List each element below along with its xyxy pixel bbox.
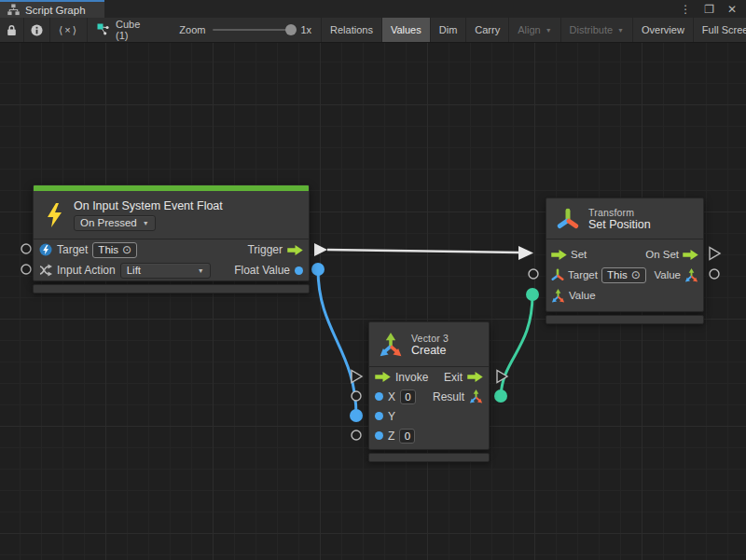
z-row: Z 0 xyxy=(369,426,489,445)
vector3-icon[interactable] xyxy=(684,268,698,282)
close-icon[interactable]: ✕ xyxy=(727,3,737,16)
invoke-input-port[interactable] xyxy=(352,371,362,383)
lightning-bolt-icon xyxy=(43,201,65,229)
transform-category: Transform xyxy=(588,207,651,218)
target-label: Target xyxy=(57,243,88,256)
graph-toolbar: ⟨×⟩ Cube (1) Zoom 1x Relations Values Di… xyxy=(0,18,746,43)
tab-title: Script Graph xyxy=(25,5,86,16)
float-value-output-port[interactable] xyxy=(311,263,325,276)
distribute-button[interactable]: Distribute ▼ xyxy=(561,18,633,42)
full-screen-button[interactable]: Full Screen xyxy=(694,18,746,42)
transform-target-input-port[interactable] xyxy=(529,269,538,279)
graph-breadcrumb[interactable]: Cube (1) xyxy=(88,18,149,42)
on-set-label: On Set xyxy=(645,249,679,260)
event-mode-dropdown[interactable]: On Pressed ▼ xyxy=(74,215,156,231)
graph-asset-icon xyxy=(97,23,110,36)
graph-name: Cube (1) xyxy=(116,19,140,41)
set-row: Set On Set xyxy=(546,244,703,265)
lock-button[interactable] xyxy=(0,18,24,42)
input-action-dropdown[interactable]: Lift ▼ xyxy=(120,263,211,279)
input-action-icon xyxy=(39,264,52,277)
z-inner-port[interactable] xyxy=(375,431,383,440)
transform-target-value: This xyxy=(607,269,628,280)
align-button[interactable]: Align ▼ xyxy=(509,18,560,42)
flow-arrow-icon[interactable] xyxy=(683,250,698,260)
z-input-port[interactable] xyxy=(352,430,361,440)
transform-target-this-picker[interactable]: This ⊙ xyxy=(601,267,646,283)
z-value-field[interactable]: 0 xyxy=(399,429,415,444)
maximize-icon[interactable]: ❐ xyxy=(704,3,714,16)
value-wire-float-to-y[interactable] xyxy=(318,269,356,416)
node-transform-set-position[interactable]: Transform Set Position Set On Set xyxy=(546,198,704,324)
y-inner-port[interactable] xyxy=(375,412,383,420)
values-button[interactable]: Values xyxy=(382,18,431,42)
event-node-footer xyxy=(33,284,310,294)
info-icon xyxy=(31,24,43,36)
x-input-port[interactable] xyxy=(352,391,361,401)
vector3-icon xyxy=(551,289,565,303)
x-label: X xyxy=(388,390,395,403)
on-set-output-port[interactable] xyxy=(710,248,720,260)
node-on-input-system-event-float[interactable]: On Input System Event Float On Pressed ▼… xyxy=(33,184,310,294)
float-value-label: Float Value xyxy=(234,264,290,277)
window-menu-icon[interactable]: ⋮ xyxy=(680,3,691,16)
vector3-icon xyxy=(379,333,403,357)
object-picker-icon[interactable]: ⊙ xyxy=(631,269,641,280)
chevron-down-icon: ▼ xyxy=(198,267,204,274)
flow-arrow-icon[interactable] xyxy=(551,250,567,260)
input-action-label: Input Action xyxy=(57,264,116,277)
target-this-picker[interactable]: This ⊙ xyxy=(92,242,137,258)
vector3-icon[interactable] xyxy=(469,389,483,403)
node-vector3-create[interactable]: Vector 3 Create Invoke Exit xyxy=(368,321,490,462)
result-label: Result xyxy=(433,390,464,403)
zoom-slider[interactable] xyxy=(213,29,293,31)
chevron-down-icon: ▼ xyxy=(617,27,624,34)
toolbar-spacer xyxy=(149,18,170,42)
y-row: Y xyxy=(369,406,489,426)
relations-button[interactable]: Relations xyxy=(322,18,382,42)
tab-script-graph[interactable]: Script Graph xyxy=(0,0,104,18)
event-target-input-port[interactable] xyxy=(21,244,31,253)
y-input-port[interactable] xyxy=(350,409,363,422)
x-inner-port[interactable] xyxy=(375,392,383,401)
inspect-button[interactable] xyxy=(24,18,50,42)
event-mode-value: On Pressed xyxy=(80,217,137,228)
transform-value-output-port[interactable] xyxy=(710,269,719,279)
chevron-down-icon: ▼ xyxy=(546,27,552,34)
value-in-label: Value xyxy=(569,290,596,301)
graph-canvas[interactable]: On Input System Event Float On Pressed ▼… xyxy=(0,43,746,560)
window-controls: ⋮ ❐ ✕ xyxy=(680,0,746,18)
invoke-row: Invoke Exit xyxy=(369,367,489,387)
carry-button[interactable]: Carry xyxy=(466,18,509,42)
trigger-output-port[interactable] xyxy=(314,243,327,256)
zoom-slider-handle[interactable] xyxy=(285,24,297,35)
overview-button[interactable]: Overview xyxy=(633,18,694,42)
transform-icon xyxy=(556,207,580,231)
object-picker-icon[interactable]: ⊙ xyxy=(122,244,131,255)
y-label: Y xyxy=(388,410,395,423)
code-view-button[interactable]: ⟨×⟩ xyxy=(50,18,88,42)
invoke-label: Invoke xyxy=(395,371,428,384)
result-output-port[interactable] xyxy=(494,389,507,403)
align-button-label: Align xyxy=(518,24,540,35)
vector-node-footer xyxy=(368,453,490,462)
script-graph-icon xyxy=(7,4,20,16)
zoom-label: Zoom xyxy=(179,24,205,35)
window-tab-bar: Script Graph ⋮ ❐ ✕ xyxy=(0,0,746,18)
chevron-down-icon: ▼ xyxy=(143,220,149,226)
flow-arrow-icon[interactable] xyxy=(375,372,391,382)
value-input-port[interactable] xyxy=(526,288,539,301)
input-action-value: Lift xyxy=(127,265,141,276)
value-wire-result-to-value[interactable] xyxy=(501,294,532,396)
dim-button[interactable]: Dim xyxy=(431,18,467,42)
event-inputaction-input-port[interactable] xyxy=(21,265,31,274)
transform-value-row: Value xyxy=(546,285,703,306)
exit-label: Exit xyxy=(444,371,463,384)
float-value-inner-port[interactable] xyxy=(295,266,303,275)
control-wire-trigger-to-set[interactable] xyxy=(327,250,519,253)
transform-node-footer xyxy=(546,315,704,324)
x-value-field[interactable]: 0 xyxy=(400,389,416,404)
transform-title: Set Position xyxy=(588,218,651,231)
flow-arrow-icon[interactable] xyxy=(467,372,483,382)
zoom-control: Zoom 1x xyxy=(170,18,322,42)
